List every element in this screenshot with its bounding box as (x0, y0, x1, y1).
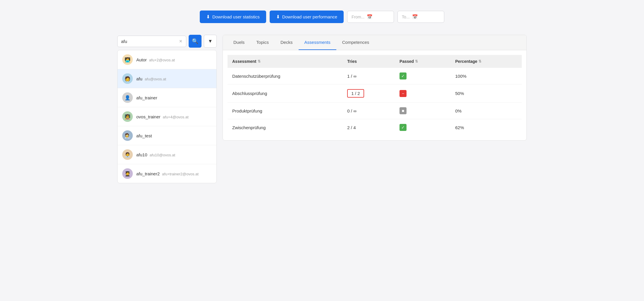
list-item[interactable]: 🧑‍💻Autorafu+2@ovos.at (118, 50, 216, 69)
tab-competences[interactable]: Competences (336, 35, 375, 50)
user-name: ovos_trainer (136, 114, 161, 119)
td-assessment: Datenschutzüberprüfung (228, 68, 342, 84)
td-passed: ✓ (395, 68, 450, 84)
td-assessment: Zwischenprüfung (228, 119, 342, 136)
filter-icon: ▼ (208, 39, 213, 44)
avatar: 🧑‍🎓 (122, 168, 133, 179)
sort-icon-percentage: ⇅ (478, 59, 481, 63)
th-tries: Tries (342, 55, 395, 68)
user-name: Autor (136, 57, 147, 62)
user-info: afu_trainer2afu+trainer2@ovos.at (136, 171, 199, 176)
avatar: 🧑 (122, 73, 133, 84)
tab-decks[interactable]: Decks (275, 35, 299, 50)
td-percentage: 50% (451, 84, 522, 103)
search-clear-button[interactable]: ✕ (179, 39, 182, 44)
list-item[interactable]: 🧑‍🎓afu_trainer2afu+trainer2@ovos.at (118, 164, 216, 183)
user-name: afu10 (136, 152, 147, 157)
avatar: 👤 (122, 92, 133, 103)
table-row: Produktprüfung0 / ∞■0% (228, 103, 522, 119)
search-input[interactable] (121, 39, 177, 44)
th-label-percentage: Percentage (455, 59, 477, 64)
user-info: afu_trainer (136, 95, 157, 100)
user-info: Autorafu+2@ovos.at (136, 57, 175, 62)
to-date-placeholder: To... (402, 15, 409, 19)
list-item[interactable]: 🧑afuafu@ovos.at (118, 69, 216, 88)
list-item[interactable]: 👤afu_trainer (118, 88, 216, 107)
user-name: afu_trainer2 (136, 171, 160, 176)
th-assessment[interactable]: Assessment ⇅ (228, 55, 342, 68)
user-panel: ✕ 🔍 ▼ 🧑‍💻Autorafu+2@ovos.at🧑afuafu@ovos.… (117, 35, 217, 183)
th-label-tries: Tries (347, 59, 357, 64)
tries-highlight: 1 / 2 (347, 89, 364, 98)
td-tries: 1 / ∞ (342, 68, 395, 84)
search-bar: ✕ 🔍 ▼ (117, 35, 217, 48)
passed-badge-check: ✓ (400, 72, 407, 79)
toolbar: ⬇ Download user statistics ⬇ Download us… (117, 6, 527, 28)
th-label-assessment: Assessment (232, 59, 256, 64)
search-input-wrapper: ✕ (117, 36, 186, 47)
table-row: Datenschutzüberprüfung1 / ∞✓100% (228, 68, 522, 84)
user-name: afu (136, 76, 142, 81)
user-info: afu10afu10@ovos.at (136, 152, 175, 157)
td-tries: 0 / ∞ (342, 103, 395, 119)
list-item[interactable]: 🧑‍💼afu10afu10@ovos.at (118, 145, 216, 164)
passed-badge-gray: ■ (400, 107, 407, 114)
tab-topics[interactable]: Topics (250, 35, 275, 50)
tab-duels[interactable]: Duels (228, 35, 250, 50)
from-calendar-icon: 📅 (367, 14, 373, 20)
td-passed: − (395, 84, 450, 103)
avatar: 🧑‍🏫 (122, 111, 133, 122)
download-stats-icon: ⬇ (206, 14, 210, 20)
td-passed: ✓ (395, 119, 450, 136)
sort-icon-passed: ⇅ (415, 59, 418, 63)
td-percentage: 100% (451, 68, 522, 84)
to-calendar-icon: 📅 (412, 14, 418, 20)
download-performance-button[interactable]: ⬇ Download user performance (270, 11, 344, 23)
table-header: Assessment ⇅TriesPassed ⇅Percentage ⇅ (228, 55, 522, 68)
to-date-input[interactable]: To... 📅 (397, 11, 444, 23)
td-passed: ■ (395, 103, 450, 119)
assessments-table: Assessment ⇅TriesPassed ⇅Percentage ⇅ Da… (228, 55, 522, 136)
user-info: ovos_trainerafu+4@ovos.at (136, 114, 189, 119)
table-row: Abschlussprüfung1 / 2−50% (228, 84, 522, 103)
td-percentage: 0% (451, 103, 522, 119)
page-wrapper: ⬇ Download user statistics ⬇ Download us… (117, 6, 527, 183)
th-percentage[interactable]: Percentage ⇅ (451, 55, 522, 68)
list-item[interactable]: 🧑‍🏫ovos_trainerafu+4@ovos.at (118, 107, 216, 126)
avatar: 🧑‍💼 (122, 149, 133, 160)
search-button[interactable]: 🔍 (189, 35, 202, 48)
user-info: afuafu@ovos.at (136, 76, 166, 81)
user-email: afu10@ovos.at (150, 153, 175, 157)
td-tries: 2 / 4 (342, 119, 395, 136)
passed-badge-minus: − (400, 90, 407, 97)
download-perf-icon: ⬇ (276, 14, 280, 20)
user-email: afu+4@ovos.at (163, 115, 189, 119)
sort-icon-assessment: ⇅ (258, 59, 261, 63)
avatar: 🧑‍🔬 (122, 130, 133, 141)
user-info: afu_test (136, 133, 152, 138)
td-assessment: Abschlussprüfung (228, 84, 342, 103)
user-name: afu_trainer (136, 95, 157, 100)
user-email: afu@ovos.at (145, 77, 166, 81)
tab-assessments[interactable]: Assessments (299, 35, 336, 50)
download-stats-label: Download user statistics (212, 14, 260, 19)
user-name: afu_test (136, 133, 152, 138)
td-tries: 1 / 2 (342, 84, 395, 103)
table-header-row: Assessment ⇅TriesPassed ⇅Percentage ⇅ (228, 55, 522, 68)
table-body: Datenschutzüberprüfung1 / ∞✓100%Abschlus… (228, 68, 522, 136)
download-stats-button[interactable]: ⬇ Download user statistics (200, 11, 266, 23)
tabs-container: DuelsTopicsDecksAssessmentsCompetences (223, 35, 526, 50)
passed-badge-check: ✓ (400, 124, 407, 131)
from-date-input[interactable]: From... 📅 (347, 11, 394, 23)
table-wrapper: Assessment ⇅TriesPassed ⇅Percentage ⇅ Da… (223, 50, 526, 140)
list-item[interactable]: 🧑‍🔬afu_test (118, 126, 216, 145)
user-email: afu+2@ovos.at (149, 58, 175, 62)
main-content: ✕ 🔍 ▼ 🧑‍💻Autorafu+2@ovos.at🧑afuafu@ovos.… (117, 35, 527, 183)
filter-button[interactable]: ▼ (204, 35, 217, 48)
td-percentage: 62% (451, 119, 522, 136)
td-assessment: Produktprüfung (228, 103, 342, 119)
download-perf-label: Download user performance (282, 14, 337, 19)
table-row: Zwischenprüfung2 / 4✓62% (228, 119, 522, 136)
th-passed[interactable]: Passed ⇅ (395, 55, 450, 68)
right-panel: DuelsTopicsDecksAssessmentsCompetences A… (223, 35, 527, 141)
